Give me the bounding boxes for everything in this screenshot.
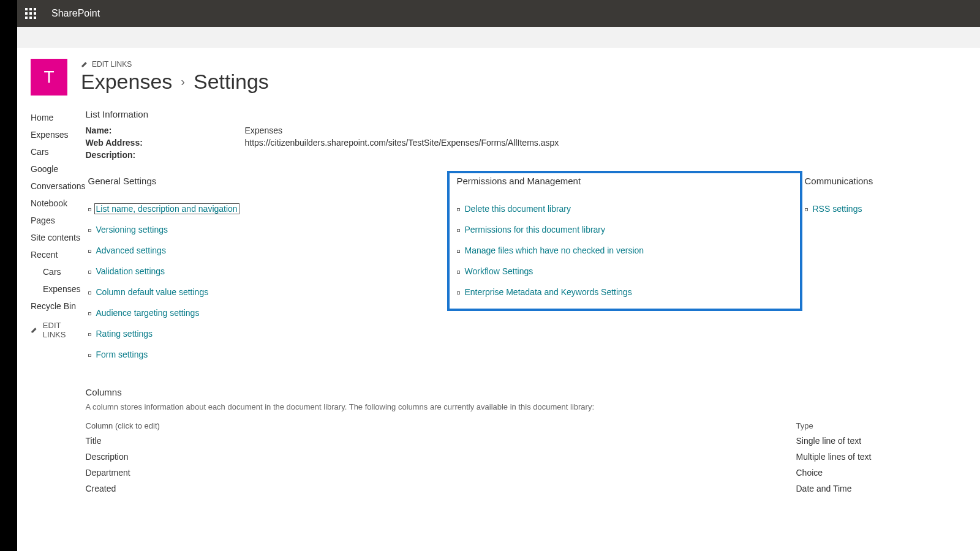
- link-rss-settings[interactable]: RSS settings: [813, 204, 862, 214]
- column-type: Single line of text: [796, 433, 981, 449]
- table-row: Department Choice ✓: [86, 465, 981, 481]
- bullet-icon: [88, 312, 91, 315]
- info-web-value: https://citizenbuilders.sharepoint.com/s…: [245, 138, 559, 148]
- nav-edit-links-button[interactable]: EDIT LINKS: [31, 315, 86, 345]
- nav-site-contents[interactable]: Site contents: [31, 229, 86, 246]
- page-header: T EDIT LINKS Expenses › Settings: [17, 48, 980, 96]
- columns-table: Column (click to edit) Type Required Tit…: [86, 419, 981, 497]
- nav-cars[interactable]: Cars: [31, 143, 86, 160]
- top-edit-links-label: EDIT LINKS: [92, 60, 132, 69]
- pencil-icon: [81, 61, 88, 68]
- table-row: Title Single line of text: [86, 433, 981, 449]
- link-list-name-desc-nav[interactable]: List name, description and navigation: [94, 203, 239, 214]
- bullet-icon: [457, 250, 460, 253]
- column-type: Date and Time: [796, 481, 981, 497]
- waffle-icon: [25, 8, 36, 19]
- column-name-link[interactable]: Department: [86, 465, 796, 481]
- page-content: T EDIT LINKS Expenses › Settings Home Ex…: [17, 48, 980, 551]
- table-row: Description Multiple lines of text: [86, 449, 981, 465]
- column-name-link[interactable]: Title: [86, 433, 796, 449]
- link-audience-targeting[interactable]: Audience targeting settings: [96, 308, 200, 318]
- nav-pages[interactable]: Pages: [31, 212, 86, 229]
- nav-recent-cars[interactable]: Cars: [31, 263, 86, 280]
- permissions-heading: Permissions and Management: [454, 176, 795, 186]
- link-delete-library[interactable]: Delete this document library: [465, 204, 571, 214]
- link-advanced-settings[interactable]: Advanced settings: [96, 246, 166, 255]
- columns-heading: Columns: [86, 387, 981, 397]
- bullet-icon: [457, 291, 460, 294]
- bullet-icon: [88, 208, 91, 211]
- app-launcher-button[interactable]: [17, 0, 44, 27]
- main-content: List Information Name: Expenses Web Addr…: [86, 109, 981, 497]
- columns-header-type: Type: [796, 419, 981, 433]
- bullet-icon: [805, 208, 808, 211]
- columns-section: Columns A column stores information abou…: [86, 387, 981, 497]
- link-permissions-library[interactable]: Permissions for this document library: [465, 225, 606, 234]
- link-enterprise-metadata[interactable]: Enterprise Metadata and Keywords Setting…: [465, 287, 632, 297]
- bullet-icon: [88, 291, 91, 294]
- nav-recent-expenses[interactable]: Expenses: [31, 280, 86, 298]
- bullet-icon: [88, 250, 91, 253]
- nav-home[interactable]: Home: [31, 109, 86, 126]
- bullet-icon: [88, 333, 91, 336]
- link-manage-no-checkedin[interactable]: Manage files which have no checked in ve…: [465, 246, 644, 255]
- bullet-icon: [88, 271, 91, 274]
- nav-edit-links-label: EDIT LINKS: [43, 321, 86, 339]
- link-validation-settings[interactable]: Validation settings: [96, 266, 165, 276]
- nav-expenses[interactable]: Expenses: [31, 126, 86, 143]
- window-left-border: [0, 0, 17, 551]
- info-web-label: Web Address:: [86, 138, 245, 148]
- site-logo[interactable]: T: [31, 59, 67, 96]
- bullet-icon: [457, 208, 460, 211]
- top-edit-links-button[interactable]: EDIT LINKS: [81, 60, 269, 69]
- bullet-icon: [88, 354, 91, 357]
- bullet-icon: [457, 229, 460, 232]
- column-type: Choice: [796, 465, 981, 481]
- link-column-default-values[interactable]: Column default value settings: [96, 287, 209, 297]
- nav-recent-heading: Recent: [31, 246, 86, 263]
- columns-header-name: Column (click to edit): [86, 419, 796, 433]
- chevron-right-icon: ›: [181, 75, 185, 89]
- communications-heading: Communications: [802, 176, 981, 186]
- general-settings-column: General Settings List name, description …: [86, 176, 447, 365]
- info-desc-label: Description:: [86, 150, 245, 160]
- columns-description: A column stores information about each d…: [86, 402, 981, 411]
- suite-product-name[interactable]: SharePoint: [51, 8, 100, 19]
- permissions-highlight-box: Permissions and Management Delete this d…: [447, 171, 802, 311]
- site-logo-letter: T: [43, 67, 54, 87]
- link-workflow-settings[interactable]: Workflow Settings: [465, 266, 533, 276]
- info-name-value: Expenses: [245, 126, 282, 135]
- bullet-icon: [457, 271, 460, 274]
- bullet-icon: [88, 229, 91, 232]
- pencil-icon: [31, 326, 38, 334]
- breadcrumb: Expenses › Settings: [81, 70, 269, 94]
- nav-notebook[interactable]: Notebook: [31, 195, 86, 212]
- table-row: Created Date and Time: [86, 481, 981, 497]
- link-form-settings[interactable]: Form settings: [96, 350, 148, 359]
- list-info-heading: List Information: [86, 109, 981, 119]
- link-rating-settings[interactable]: Rating settings: [96, 329, 153, 339]
- general-settings-heading: General Settings: [86, 176, 447, 186]
- nav-google[interactable]: Google: [31, 160, 86, 178]
- ribbon-bar: [17, 27, 980, 48]
- breadcrumb-list[interactable]: Expenses: [81, 70, 172, 94]
- column-name-link[interactable]: Created: [86, 481, 796, 497]
- suite-bar: SharePoint: [17, 0, 980, 27]
- column-name-link[interactable]: Description: [86, 449, 796, 465]
- info-name-label: Name:: [86, 126, 245, 135]
- communications-column: Communications RSS settings: [802, 176, 981, 365]
- permissions-column: Permissions and Management Delete this d…: [447, 176, 802, 365]
- link-versioning-settings[interactable]: Versioning settings: [96, 225, 168, 234]
- breadcrumb-page: Settings: [194, 70, 269, 94]
- left-nav: Home Expenses Cars Google Conversations …: [17, 109, 86, 497]
- column-type: Multiple lines of text: [796, 449, 981, 465]
- nav-recycle-bin[interactable]: Recycle Bin: [31, 298, 86, 315]
- nav-conversations[interactable]: Conversations: [31, 178, 86, 195]
